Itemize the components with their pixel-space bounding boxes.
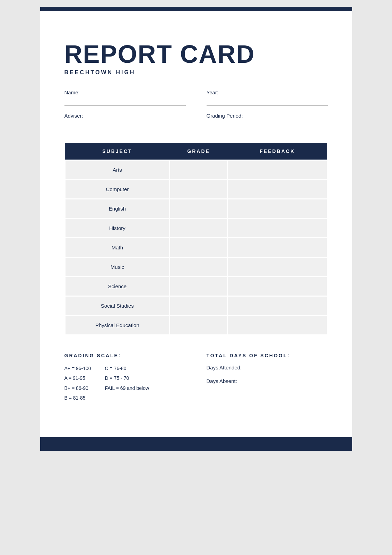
- grade-cell: [170, 296, 228, 316]
- grading-item: FAIL = 69 and below: [105, 384, 149, 392]
- feedback-cell: [227, 296, 327, 316]
- year-line: [207, 97, 328, 106]
- feedback-cell: [227, 316, 327, 335]
- grade-cell: [170, 219, 228, 238]
- grading-item: B = 81-85: [64, 394, 91, 402]
- grading-period-line: [207, 121, 328, 129]
- col-header-feedback: FEEDBACK: [227, 143, 327, 160]
- report-card-page: REPORT CARD BEECHTOWN HIGH Name: Year: A…: [40, 7, 352, 451]
- days-attended: Days Attended:: [207, 365, 328, 373]
- table-row: English: [65, 199, 327, 219]
- year-field: Year:: [207, 89, 328, 106]
- total-days-section: TOTAL DAYS OF SCHOOL: Days Attended: Day…: [207, 353, 328, 402]
- table-row: Physical Education: [65, 316, 327, 335]
- feedback-cell: [227, 277, 327, 296]
- name-label: Name:: [64, 89, 186, 95]
- grading-item: B+ = 86-90: [64, 384, 91, 392]
- table-row: Math: [65, 238, 327, 257]
- grades-table: SUBJECT GRADE FEEDBACK ArtsComputerEngli…: [64, 143, 328, 335]
- feedback-cell: [227, 238, 327, 257]
- feedback-cell: [227, 257, 327, 277]
- bottom-bar: [40, 437, 352, 451]
- report-title: REPORT CARD: [64, 42, 328, 67]
- subject-cell: Physical Education: [65, 316, 170, 335]
- col-header-subject: SUBJECT: [65, 143, 170, 160]
- grading-item: D = 75 - 70: [105, 374, 149, 382]
- grading-period-field: Grading Period:: [207, 113, 328, 129]
- adviser-line: [64, 121, 186, 129]
- table-row: Social Studies: [65, 296, 327, 316]
- feedback-cell: [227, 219, 327, 238]
- table-row: Arts: [65, 160, 327, 180]
- grade-cell: [170, 180, 228, 199]
- grading-scale-title: GRADING SCALE:: [64, 353, 186, 358]
- feedback-cell: [227, 160, 327, 180]
- subject-cell: History: [65, 219, 170, 238]
- col-header-grade: GRADE: [170, 143, 228, 160]
- footer-section: GRADING SCALE: A+ = 96-100A = 91-95B+ = …: [64, 353, 328, 402]
- adviser-field: Adviser:: [64, 113, 186, 129]
- subject-cell: Math: [65, 238, 170, 257]
- total-days-title: TOTAL DAYS OF SCHOOL:: [207, 353, 328, 358]
- name-field: Name:: [64, 89, 186, 106]
- grade-cell: [170, 316, 228, 335]
- subject-cell: Computer: [65, 180, 170, 199]
- subject-cell: Arts: [65, 160, 170, 180]
- table-row: Science: [65, 277, 327, 296]
- school-name: BEECHTOWN HIGH: [64, 69, 328, 76]
- grade-cell: [170, 277, 228, 296]
- grade-cell: [170, 160, 228, 180]
- adviser-label: Adviser:: [64, 113, 186, 119]
- grade-cell: [170, 199, 228, 219]
- grading-scale: GRADING SCALE: A+ = 96-100A = 91-95B+ = …: [64, 353, 186, 402]
- form-section: Name: Year: Adviser: Grading Period:: [64, 89, 328, 129]
- grading-items: A+ = 96-100A = 91-95B+ = 86-90B = 81-85 …: [64, 365, 186, 402]
- feedback-cell: [227, 180, 327, 199]
- days-absent: Days Absent:: [207, 378, 328, 386]
- name-line: [64, 97, 186, 106]
- grading-item: A+ = 96-100: [64, 365, 91, 372]
- top-bar: [40, 7, 352, 11]
- grade-cell: [170, 257, 228, 277]
- form-row-1: Name: Year:: [64, 89, 328, 106]
- grading-item: A = 91-95: [64, 374, 91, 382]
- table-row: Music: [65, 257, 327, 277]
- subject-cell: Science: [65, 277, 170, 296]
- subject-cell: Music: [65, 257, 170, 277]
- table-row: History: [65, 219, 327, 238]
- grading-period-label: Grading Period:: [207, 113, 328, 119]
- grading-item: C = 76-80: [105, 365, 149, 372]
- days-absent-label: Days Absent:: [207, 378, 237, 384]
- days-attended-label: Days Attended:: [207, 365, 242, 370]
- feedback-cell: [227, 199, 327, 219]
- year-label: Year:: [207, 89, 328, 95]
- subject-cell: English: [65, 199, 170, 219]
- table-row: Computer: [65, 180, 327, 199]
- table-header-row: SUBJECT GRADE FEEDBACK: [65, 143, 327, 160]
- grading-col-left: A+ = 96-100A = 91-95B+ = 86-90B = 81-85: [64, 365, 91, 402]
- form-row-2: Adviser: Grading Period:: [64, 113, 328, 129]
- subject-cell: Social Studies: [65, 296, 170, 316]
- grade-cell: [170, 238, 228, 257]
- grading-col-right: C = 76-80D = 75 - 70FAIL = 69 and below: [105, 365, 149, 402]
